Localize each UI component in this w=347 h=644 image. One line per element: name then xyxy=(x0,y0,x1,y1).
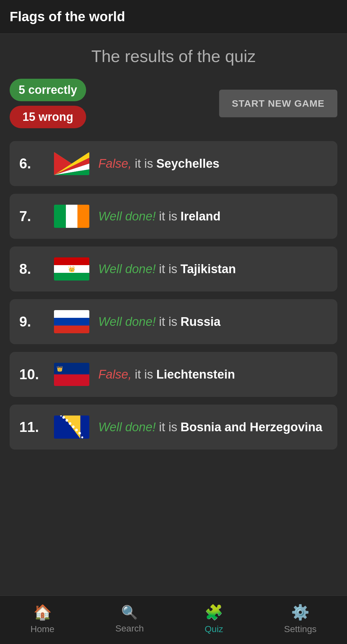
item-result: Well done! it is Ireland xyxy=(98,210,220,223)
flag-stripe-blue: 👑 xyxy=(54,363,89,374)
it-is-text: it is xyxy=(159,315,177,329)
item-result: Well done! it is Russia xyxy=(98,315,220,329)
flag-russia xyxy=(54,310,89,333)
item-result: False, it is Liechtenstein xyxy=(98,368,235,381)
svg-point-17 xyxy=(81,436,83,438)
app-title: Flags of the world xyxy=(10,9,125,24)
it-is-text: it is xyxy=(159,210,177,223)
svg-point-15 xyxy=(78,432,81,434)
it-is-text: it is xyxy=(135,157,153,171)
svg-point-13 xyxy=(72,425,75,428)
flag-stripe-white xyxy=(66,205,78,228)
country-name: Tajikistan xyxy=(181,262,236,276)
item-number: 7. xyxy=(19,208,45,224)
it-is-text: it is xyxy=(159,262,177,276)
bottom-nav: 🏠 Home 🔍 Search 🧩 Quiz ⚙️ Settings xyxy=(0,595,347,644)
flag-ireland xyxy=(54,205,89,228)
item-result: Well done! it is Bosnia and Herzegovina xyxy=(98,420,322,434)
country-name: Russia xyxy=(181,315,221,329)
quiz-item: 10. 👑 False, it is Liechtenstein xyxy=(10,352,337,397)
item-result: False, it is Seychelles xyxy=(98,157,219,171)
flag-stripe-white: 👑 xyxy=(54,265,89,273)
nav-home-label: Home xyxy=(31,624,55,634)
item-number: 8. xyxy=(19,261,45,277)
country-name: Seychelles xyxy=(156,157,219,171)
score-badges: 5 correctly 15 wrong xyxy=(10,79,86,128)
item-number: 10. xyxy=(19,366,45,382)
svg-point-14 xyxy=(75,429,78,431)
result-label: False, xyxy=(98,157,131,171)
country-name: Bosnia and Herzegovina xyxy=(181,420,322,434)
wrong-badge: 15 wrong xyxy=(10,106,86,128)
quiz-item: 8. 👑 Well done! it is Tajikistan xyxy=(10,246,337,291)
item-number: 6. xyxy=(19,156,45,172)
main-content: The results of the quiz 5 correctly 15 w… xyxy=(0,34,347,514)
it-is-text: it is xyxy=(159,420,177,434)
start-new-game-button[interactable]: START NEW GAME xyxy=(219,90,337,117)
nav-search[interactable]: 🔍 Search xyxy=(115,604,144,634)
flag-stripe-green xyxy=(54,273,89,281)
score-row: 5 correctly 15 wrong START NEW GAME xyxy=(10,79,337,128)
nav-search-label: Search xyxy=(115,623,144,634)
home-icon: 🏠 xyxy=(33,604,52,621)
flag-tajikistan: 👑 xyxy=(54,257,89,281)
flag-stripe-blue xyxy=(54,318,89,326)
country-name: Ireland xyxy=(181,210,221,223)
result-label: Well done! xyxy=(98,420,156,434)
item-number: 11. xyxy=(19,419,45,435)
header: Flags of the world xyxy=(0,0,347,34)
settings-icon: ⚙️ xyxy=(291,604,309,621)
item-number: 9. xyxy=(19,314,45,330)
search-icon: 🔍 xyxy=(121,604,138,620)
country-name: Liechtenstein xyxy=(156,368,235,381)
quiz-item: 7. Well done! it is Ireland xyxy=(10,194,337,239)
quiz-item: 6. False, it is Seychelles xyxy=(10,141,337,186)
nav-quiz-label: Quiz xyxy=(205,624,223,634)
flag-liechtenstein: 👑 xyxy=(54,363,89,386)
flag-seychelles xyxy=(54,152,89,175)
flag-stripe-red xyxy=(54,257,89,265)
nav-home[interactable]: 🏠 Home xyxy=(31,604,55,634)
svg-point-11 xyxy=(66,419,68,422)
correct-badge: 5 correctly xyxy=(10,79,86,101)
quiz-item: 9. Well done! it is Russia xyxy=(10,299,337,344)
nav-settings-label: Settings xyxy=(284,624,316,634)
svg-point-10 xyxy=(62,416,65,419)
flag-stripe-red xyxy=(54,374,89,386)
quiz-items-list: 6. False, it is Seychelles xyxy=(10,141,337,450)
result-label: Well done! xyxy=(98,262,156,276)
flag-stripe-green xyxy=(54,205,66,228)
result-label: Well done! xyxy=(98,210,156,223)
quiz-item: 11. Well done! it is xyxy=(10,405,337,450)
svg-point-12 xyxy=(69,422,71,425)
nav-settings[interactable]: ⚙️ Settings xyxy=(284,604,316,634)
flag-stripe-white xyxy=(54,310,89,318)
item-result: Well done! it is Tajikistan xyxy=(98,262,236,276)
quiz-icon: 🧩 xyxy=(205,604,223,621)
nav-quiz[interactable]: 🧩 Quiz xyxy=(205,604,223,634)
result-label: Well done! xyxy=(98,315,156,329)
result-label: False, xyxy=(98,368,131,381)
quiz-results-heading: The results of the quiz xyxy=(10,47,337,66)
it-is-text: it is xyxy=(135,368,153,381)
flag-stripe-red xyxy=(54,326,89,333)
flag-stripe-orange xyxy=(77,205,89,228)
flag-bosnia xyxy=(54,416,89,439)
